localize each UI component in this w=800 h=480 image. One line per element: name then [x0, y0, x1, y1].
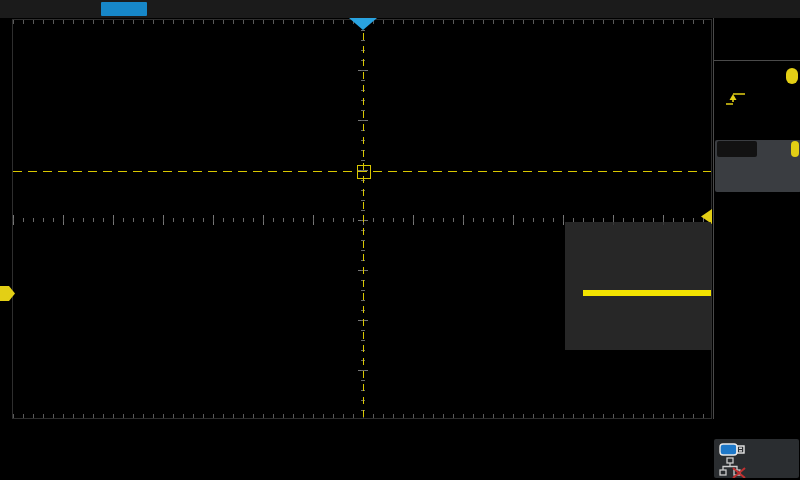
trigger-status-badge: [101, 2, 147, 16]
rising-edge-icon: [725, 91, 747, 107]
menu-bar: [0, 438, 800, 480]
status-icon-panel: [714, 439, 799, 478]
cursor-readout-lines: [565, 222, 711, 350]
sidebar: [713, 18, 800, 420]
channel-coupling-badge: [791, 141, 799, 157]
vertical-cursor-line[interactable]: [363, 20, 364, 418]
usb-icon: [719, 442, 749, 458]
channel-info-box: [715, 140, 800, 192]
trigger-source-badge: [786, 68, 798, 84]
waveform-grid: [12, 19, 712, 419]
cursor-readout-panel: [565, 222, 711, 350]
measure-bar: [0, 419, 800, 438]
acquisition-info: [714, 18, 800, 61]
lan-disconnected-icon: [719, 457, 749, 478]
oscilloscope-screen: [0, 0, 800, 480]
channel-number-badge: [717, 141, 757, 157]
header-bar: [0, 0, 800, 18]
trigger-info: [714, 61, 800, 140]
cursor-handle[interactable]: [357, 165, 371, 179]
